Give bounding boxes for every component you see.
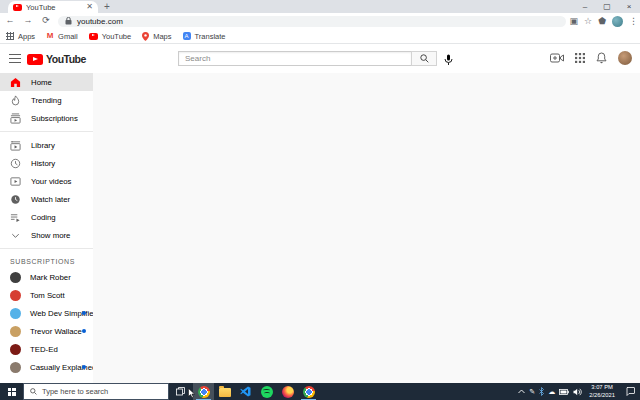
sidebar-item-home[interactable]: Home	[0, 73, 93, 91]
bookmarks-bar: Apps M Gmail YouTube Maps A Translate	[0, 29, 640, 44]
sidebar-item-show-more[interactable]: Show more	[0, 226, 93, 244]
taskbar-app-chrome[interactable]	[193, 383, 214, 400]
spotify-icon	[261, 386, 273, 398]
battery-icon[interactable]	[559, 389, 569, 395]
action-center-icon	[626, 387, 635, 396]
bookmark-maps[interactable]: Maps	[142, 32, 171, 41]
voice-search-button[interactable]	[444, 52, 453, 70]
window-maximize-button[interactable]: ▢	[596, 0, 618, 13]
action-center-button[interactable]	[622, 387, 638, 396]
subscriptions-header: SUBSCRIPTIONS	[0, 253, 93, 268]
sidebar-item-subscriptions[interactable]: Subscriptions	[0, 109, 93, 127]
clock-time: 3:07 PM	[589, 384, 615, 392]
back-icon[interactable]: ←	[4, 15, 16, 25]
start-button[interactable]	[0, 383, 23, 400]
playlist-icon	[10, 212, 21, 223]
channel-mark-rober[interactable]: Mark Rober	[0, 268, 93, 286]
extensions-pin-icon[interactable]: ⬟	[598, 15, 606, 28]
channel-name: Tom Scott	[30, 291, 65, 300]
youtube-logo[interactable]: YouTube	[27, 53, 86, 65]
new-tab-button[interactable]: +	[104, 2, 110, 12]
search-icon	[420, 54, 429, 63]
bookmark-label: YouTube	[102, 32, 131, 41]
create-video-icon[interactable]	[550, 53, 564, 63]
bookmark-translate[interactable]: A Translate	[183, 32, 226, 41]
taskbar-app-chrome-2[interactable]	[298, 383, 319, 400]
sidebar-item-your-videos[interactable]: Your videos	[0, 172, 93, 190]
pen-icon[interactable]: ✎	[529, 383, 535, 400]
youtube-page: YouTube	[0, 44, 640, 383]
bookmark-star-icon[interactable]: ☆	[584, 15, 592, 28]
channel-avatar	[10, 290, 21, 301]
sidebar-divider	[0, 131, 93, 132]
chrome-icon	[303, 386, 315, 398]
search-input[interactable]	[178, 51, 411, 66]
channel-name: Mark Rober	[30, 273, 71, 282]
youtube-icon	[89, 33, 98, 40]
channel-avatar	[10, 272, 21, 283]
forward-icon[interactable]: →	[22, 15, 34, 25]
channel-casually-explained[interactable]: Casually Explained	[0, 358, 93, 376]
browser-toolbar: ← → ⟳ youtube.com ▣ ☆ ⬟ ⋮	[0, 13, 640, 29]
sidebar-item-coding-playlist[interactable]: Coding	[0, 208, 93, 226]
sidebar-label: Home	[31, 78, 52, 87]
chrome-icon	[198, 386, 210, 398]
notifications-bell-icon[interactable]	[596, 52, 607, 64]
taskbar-app-spotify[interactable]	[256, 383, 277, 400]
address-bar[interactable]: youtube.com	[58, 16, 566, 28]
channel-web-dev-simplified[interactable]: Web Dev Simplified	[0, 304, 93, 322]
tab-title: YouTube	[26, 3, 82, 12]
browser-tab-youtube[interactable]: YouTube ✕	[8, 1, 98, 13]
account-avatar[interactable]	[618, 51, 632, 65]
task-view-button[interactable]	[169, 383, 191, 400]
your-videos-icon	[10, 176, 21, 187]
omnibox-action-icon[interactable]: ▣	[570, 15, 579, 28]
translate-icon: A	[183, 32, 191, 40]
new-content-dot	[82, 329, 86, 333]
search-button[interactable]	[411, 51, 437, 66]
bookmark-youtube[interactable]: YouTube	[89, 32, 131, 41]
tray-chevron-up-icon[interactable]	[518, 389, 525, 394]
sidebar-item-watch-later[interactable]: Watch later	[0, 190, 93, 208]
browser-titlebar: YouTube ✕ + – ▢ ×	[0, 0, 640, 13]
menu-hamburger-icon[interactable]	[9, 54, 21, 63]
taskbar-clock[interactable]: 3:07 PM 2/26/2021	[586, 384, 618, 399]
channel-trevor-wallace[interactable]: Trevor Wallace	[0, 322, 93, 340]
volume-icon[interactable]	[573, 388, 582, 396]
bookmark-gmail[interactable]: M Gmail	[46, 32, 78, 41]
new-content-dot	[82, 311, 86, 315]
taskbar-app-vscode[interactable]	[235, 383, 256, 400]
sidebar-label: Trending	[31, 96, 61, 105]
bookmark-label: Apps	[18, 32, 35, 41]
windows-taskbar: Type here to search	[0, 383, 640, 400]
home-icon	[10, 77, 21, 88]
bookmark-label: Gmail	[58, 32, 78, 41]
sidebar-label: Show more	[31, 231, 70, 240]
bookmark-apps[interactable]: Apps	[6, 32, 35, 41]
window-minimize-button[interactable]: –	[574, 0, 596, 13]
firefox-icon	[282, 386, 294, 398]
browser-menu-icon[interactable]: ⋮	[629, 15, 638, 28]
task-view-icon	[176, 387, 185, 396]
sidebar-item-history[interactable]: History	[0, 154, 93, 172]
taskbar-app-file-explorer[interactable]	[214, 383, 235, 400]
tab-close-icon[interactable]: ✕	[86, 3, 93, 11]
chevron-down-icon	[10, 230, 21, 241]
library-icon	[10, 140, 21, 151]
channel-avatar	[10, 362, 21, 373]
channel-ted-ed[interactable]: TED-Ed	[0, 340, 93, 358]
channel-name: TED-Ed	[30, 345, 58, 354]
browser-profile-avatar[interactable]	[612, 16, 623, 27]
sidebar-label: Watch later	[31, 195, 70, 204]
microphone-icon	[444, 54, 453, 66]
taskbar-app-firefox[interactable]	[277, 383, 298, 400]
sidebar-item-library[interactable]: Library	[0, 136, 93, 154]
bluetooth-icon[interactable]	[539, 387, 544, 396]
youtube-apps-icon[interactable]	[575, 53, 585, 63]
window-close-button[interactable]: ×	[618, 0, 640, 13]
taskbar-search-box[interactable]: Type here to search	[23, 383, 169, 400]
sidebar-item-trending[interactable]: Trending	[0, 91, 93, 109]
channel-tom-scott[interactable]: Tom Scott	[0, 286, 93, 304]
reload-icon[interactable]: ⟳	[40, 15, 52, 25]
onedrive-cloud-icon[interactable]: ☁	[548, 383, 555, 400]
